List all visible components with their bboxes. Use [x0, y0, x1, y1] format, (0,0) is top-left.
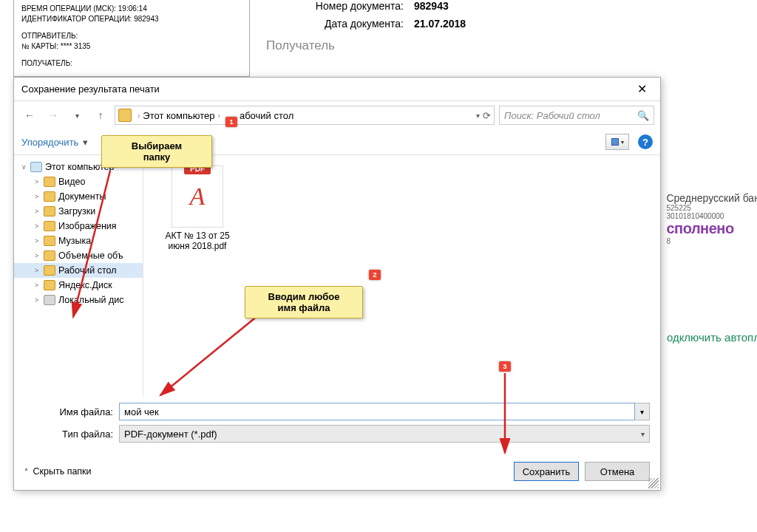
- doc-date-label: Дата документа:: [266, 18, 414, 30]
- doc-number-label: Номер документа:: [266, 0, 414, 12]
- recent-dropdown[interactable]: ▾: [67, 106, 86, 125]
- chevron-right-icon: ›: [138, 112, 140, 120]
- status-stamp: сполнено: [666, 220, 757, 237]
- search-icon: 🔍: [637, 110, 649, 121]
- tree-caret-icon[interactable]: >: [35, 178, 44, 185]
- search-input[interactable]: Поиск: Рабочий стол 🔍: [499, 106, 654, 125]
- callout1-line2: папку: [109, 151, 204, 163]
- filetype-label: Тип файла:: [24, 429, 119, 440]
- callout2-line1: Вводим любое: [253, 291, 355, 302]
- file-item[interactable]: PDF A АКТ № 13 от 25 июня 2018.pdf: [157, 166, 238, 252]
- tree-item-7[interactable]: >Рабочий стол: [14, 263, 143, 278]
- tree-caret-icon[interactable]: >: [35, 282, 44, 289]
- computer-icon: [30, 162, 42, 172]
- chevron-down-icon: ▾: [641, 430, 645, 438]
- dialog-footer: ˄ Скрыть папки Сохранить Отмена: [14, 456, 660, 490]
- dialog-title: Сохранение результата печати: [21, 83, 160, 95]
- hide-folders-label: Скрыть папки: [33, 466, 91, 477]
- tree-item-3[interactable]: >Загрузки: [14, 204, 143, 219]
- filename-dropdown[interactable]: ▾: [635, 403, 650, 420]
- tree-item-label: Документы: [58, 191, 106, 202]
- disk-icon: [44, 295, 55, 305]
- tree-item-4[interactable]: >Изображения: [14, 219, 143, 233]
- step-badge-1: 1: [225, 117, 237, 127]
- folder-icon: [44, 250, 55, 261]
- filename-input[interactable]: [119, 403, 635, 420]
- callout2-line2: имя файла: [253, 302, 355, 313]
- tree-item-label: Рабочий стол: [58, 265, 116, 276]
- forward-button[interactable]: →: [44, 106, 63, 125]
- tree-caret-icon[interactable]: >: [35, 193, 44, 200]
- filetype-value: PDF-документ (*.pdf): [124, 429, 217, 440]
- organize-menu[interactable]: Упорядочить ▾: [21, 137, 88, 148]
- tree-item-2[interactable]: >Документы: [14, 189, 143, 204]
- doc-date-value: 21.07.2018: [414, 18, 466, 30]
- save-dialog: Сохранение результата печати ✕ ← → ▾ ↑ ›…: [13, 77, 661, 491]
- tree-item-label: Видео: [58, 177, 86, 187]
- refresh-icon[interactable]: ⟳: [483, 110, 491, 121]
- filetype-select[interactable]: PDF-документ (*.pdf) ▾: [119, 425, 650, 443]
- up-button[interactable]: ↑: [91, 106, 110, 125]
- save-button[interactable]: Сохранить: [514, 462, 579, 481]
- organize-label: Упорядочить: [21, 137, 78, 148]
- close-icon[interactable]: ✕: [631, 82, 653, 96]
- file-name-line2: июня 2018.pdf: [157, 241, 238, 251]
- receipt-snippet-left: ВРЕМЯ ОПЕРАЦИИ (МСК): 19:06:14 ИДЕНТИФИК…: [13, 0, 250, 77]
- bank-name: Среднерусский банк: [666, 192, 757, 204]
- breadcrumb-root[interactable]: Этот компьютер: [143, 110, 214, 121]
- tree-item-5[interactable]: >Музыка: [14, 233, 143, 248]
- callout-select-folder: Выбираем папку: [101, 135, 212, 168]
- search-placeholder: Поиск: Рабочий стол: [504, 110, 600, 121]
- folder-icon: [44, 177, 55, 187]
- tree-caret-icon[interactable]: >: [35, 296, 44, 304]
- cancel-button-label: Отмена: [600, 466, 635, 477]
- titlebar: Сохранение результата печати ✕: [14, 78, 660, 101]
- callout1-line1: Выбираем: [109, 140, 204, 151]
- step-badge-3: 3: [499, 361, 511, 372]
- folder-tree: ∨Этот компьютер>Видео>Документы>Загрузки…: [14, 155, 143, 397]
- hide-folders-link[interactable]: ˄ Скрыть папки: [24, 466, 92, 477]
- resize-grip-icon[interactable]: [648, 478, 659, 488]
- bic: 525225: [666, 204, 757, 212]
- tree-item-6[interactable]: >Объемные объ: [14, 248, 143, 263]
- tree-item-8[interactable]: >Яндекс.Диск: [14, 278, 143, 293]
- tree-caret-icon[interactable]: ∨: [21, 163, 30, 171]
- chevron-down-icon: ▾: [83, 137, 88, 148]
- file-pane[interactable]: PDF A АКТ № 13 от 25 июня 2018.pdf: [143, 155, 660, 397]
- tree-item-1[interactable]: >Видео: [14, 174, 143, 189]
- op-time: ВРЕМЯ ОПЕРАЦИИ (МСК): 19:06:14: [21, 4, 242, 14]
- folder-icon: [44, 236, 55, 246]
- tree-caret-icon[interactable]: >: [35, 252, 44, 259]
- card-label: № КАРТЫ: **** 3135: [21, 41, 242, 52]
- folder-icon: [118, 109, 132, 122]
- tree-caret-icon[interactable]: >: [35, 237, 44, 245]
- recipient-heading: Получатель: [266, 38, 757, 53]
- file-name-line1: АКТ № 13 от 25: [157, 231, 238, 241]
- cancel-button[interactable]: Отмена: [585, 462, 650, 481]
- doc-number-value: 982943: [414, 0, 449, 12]
- auto-payment-link[interactable]: одключить автопл: [667, 331, 757, 344]
- address-bar[interactable]: › Этот компьютер › абочий стол ▾ ⟳: [115, 106, 495, 125]
- breadcrumb-current[interactable]: абочий стол: [240, 110, 293, 121]
- callout-enter-filename: Вводим любое имя файла: [245, 286, 363, 318]
- back-button[interactable]: ←: [20, 106, 39, 125]
- chevron-right-icon: ›: [218, 112, 220, 120]
- step-badge-2: 2: [369, 270, 381, 280]
- sender-label: ОТПРАВИТЕЛЬ:: [21, 31, 242, 41]
- folder-icon: [44, 206, 55, 216]
- recipient-label: ПОЛУЧАТЕЛЬ:: [21, 58, 242, 69]
- help-icon[interactable]: ?: [638, 134, 653, 149]
- tree-item-label: Музыка: [58, 236, 91, 246]
- tree-caret-icon[interactable]: >: [35, 222, 44, 230]
- view-mode-button[interactable]: [605, 134, 629, 150]
- pdf-glyph: A: [190, 183, 206, 211]
- op-id: ИДЕНТИФИКАТОР ОПЕРАЦИИ: 982943: [21, 14, 242, 24]
- tree-item-9[interactable]: >Локальный дис: [14, 293, 143, 307]
- tree-caret-icon[interactable]: >: [35, 267, 44, 274]
- acct: 30101810400000: [666, 212, 757, 220]
- filename-label: Имя файла:: [24, 406, 119, 417]
- chevron-down-icon[interactable]: ▾: [476, 112, 480, 120]
- folder-icon: [44, 191, 55, 202]
- tree-caret-icon[interactable]: >: [35, 208, 44, 215]
- code: 8: [666, 237, 757, 245]
